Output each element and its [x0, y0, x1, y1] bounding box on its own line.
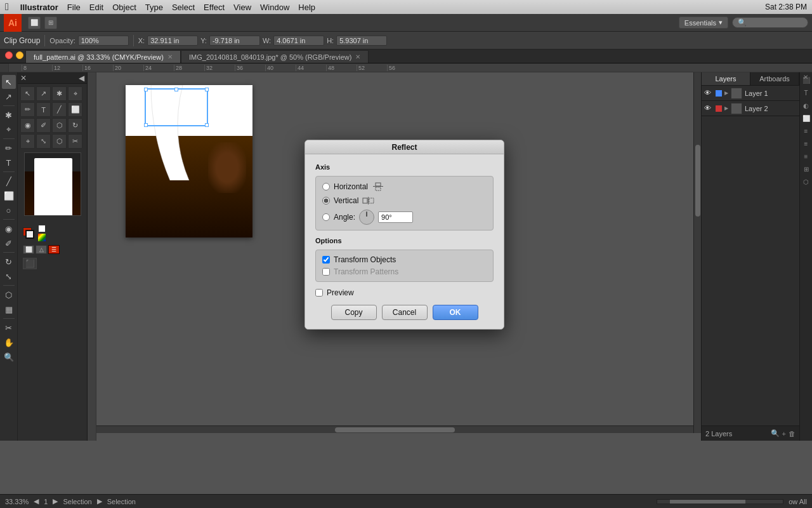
options-section: Transform Objects Transform Patterns — [315, 250, 494, 282]
copy-button[interactable]: Copy — [331, 305, 377, 320]
transform-patterns-label[interactable]: Transform Patterns — [334, 267, 398, 276]
horizontal-radio[interactable] — [322, 183, 330, 190]
horizontal-label[interactable]: Horizontal — [334, 182, 368, 191]
transform-patterns-checkbox[interactable] — [322, 268, 330, 276]
dialog-title: Reflect — [391, 143, 417, 152]
reflect-dialog: Reflect Axis Horizontal — [304, 140, 504, 330]
transform-objects-checkbox[interactable] — [322, 256, 330, 264]
dialog-overlay: Reflect Axis Horizontal — [0, 0, 812, 508]
angle-radio[interactable] — [322, 213, 330, 221]
axis-section: Horizontal Vertical — [315, 176, 494, 231]
vertical-icon — [362, 196, 375, 206]
svg-rect-4 — [363, 198, 367, 203]
angle-label[interactable]: Angle: — [334, 213, 355, 222]
horizontal-radio-row: Horizontal — [322, 182, 487, 192]
preview-label[interactable]: Preview — [327, 288, 354, 297]
vertical-radio-row: Vertical — [322, 196, 487, 206]
svg-rect-1 — [376, 183, 381, 186]
svg-rect-5 — [369, 198, 374, 203]
transform-objects-row: Transform Objects — [322, 255, 487, 264]
vertical-label[interactable]: Vertical — [334, 196, 358, 205]
dialog-buttons: Copy Cancel OK — [315, 305, 494, 323]
preview-row: Preview — [315, 288, 494, 297]
cancel-button[interactable]: Cancel — [382, 305, 428, 320]
options-section-title: Options — [315, 237, 494, 244]
preview-checkbox[interactable] — [315, 289, 323, 297]
vertical-radio[interactable] — [322, 197, 330, 204]
dialog-titlebar: Reflect — [305, 140, 504, 154]
horizontal-icon — [372, 182, 384, 192]
angle-radio-row: Angle: 90° — [322, 210, 487, 225]
dialog-body: Axis Horizontal — [305, 154, 504, 329]
ok-button[interactable]: OK — [433, 305, 478, 320]
transform-patterns-row: Transform Patterns — [322, 267, 487, 276]
dial-needle — [367, 212, 367, 217]
angle-dial[interactable] — [359, 210, 374, 225]
transform-objects-label[interactable]: Transform Objects — [334, 255, 396, 264]
svg-rect-3 — [368, 197, 369, 204]
angle-input[interactable]: 90° — [378, 211, 413, 223]
svg-rect-2 — [376, 187, 381, 190]
axis-section-title: Axis — [315, 163, 494, 171]
